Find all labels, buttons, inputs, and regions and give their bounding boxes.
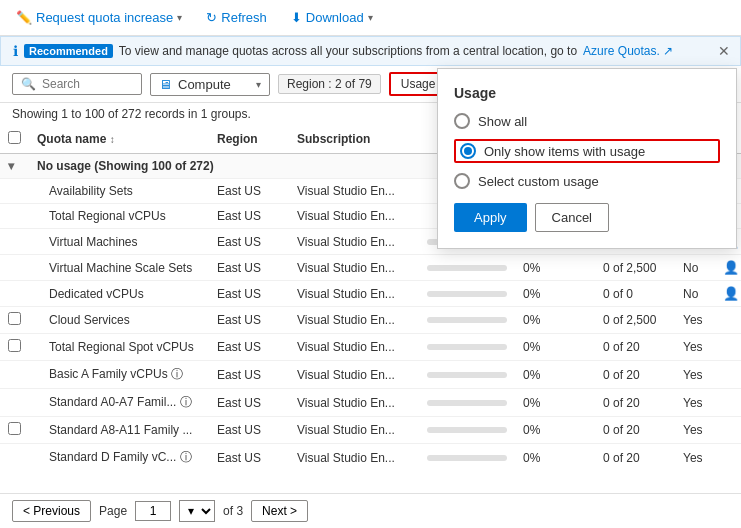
row-count: 0 of 20 [595, 389, 675, 417]
table-row: Standard A0-A7 Famil... ⓘ East US Visual… [0, 389, 741, 417]
row-pct: 0% [515, 334, 595, 361]
table-row: Basic A Family vCPUs ⓘ East US Visual St… [0, 361, 741, 389]
row-adj: Yes [675, 361, 715, 389]
panel-actions: Apply Cancel [454, 203, 720, 232]
row-pct: 0% [515, 389, 595, 417]
row-checkbox-cell [0, 204, 29, 229]
banner-text: To view and manage quotas across all you… [119, 44, 577, 58]
radio-only-usage-label: Only show items with usage [484, 144, 645, 159]
usage-panel-title: Usage [454, 85, 720, 101]
row-pct: 0% [515, 361, 595, 389]
row-checkbox[interactable] [8, 339, 21, 352]
page-size-select[interactable]: ▾ [179, 500, 215, 522]
download-button[interactable]: ⬇ Download ▾ [287, 8, 377, 27]
radio-only-usage[interactable]: Only show items with usage [454, 139, 720, 163]
row-bar-cell [419, 361, 515, 389]
row-quota-name: Total Regional vCPUs [29, 204, 209, 229]
row-checkbox-cell [0, 179, 29, 204]
radio-show-all-label: Show all [478, 114, 527, 129]
expand-icon[interactable]: ▾ [8, 159, 14, 173]
row-pct: 0% [515, 255, 595, 281]
toolbar: ✏️ Request quota increase ▾ ↻ Refresh ⬇ … [0, 0, 741, 36]
row-checkbox-cell [0, 229, 29, 255]
col-header-checkbox [0, 125, 29, 154]
row-adj: No [675, 255, 715, 281]
radio-only-usage-outer [460, 143, 476, 159]
next-button[interactable]: Next > [251, 500, 308, 522]
row-subscription: Visual Studio En... [289, 204, 419, 229]
row-checkbox[interactable] [8, 422, 21, 435]
row-checkbox[interactable] [8, 312, 21, 325]
col-header-quota-name[interactable]: Quota name ↕ [29, 125, 209, 154]
row-region: East US [209, 334, 289, 361]
row-pct: 0% [515, 281, 595, 307]
row-bar-cell [419, 255, 515, 281]
row-icon [715, 307, 741, 334]
row-bar-cell [419, 281, 515, 307]
table-row: Standard D Family vC... ⓘ East US Visual… [0, 444, 741, 466]
col-header-subscription[interactable]: Subscription [289, 125, 419, 154]
azure-quotas-link[interactable]: Azure Quotas. ↗ [583, 44, 673, 58]
row-checkbox-cell [0, 361, 29, 389]
row-bar-cell [419, 417, 515, 444]
row-quota-name: Standard A0-A7 Famil... ⓘ [29, 389, 209, 417]
row-pct: 0% [515, 444, 595, 466]
table-row: Cloud Services East US Visual Studio En.… [0, 307, 741, 334]
row-icon [715, 334, 741, 361]
row-subscription: Visual Studio En... [289, 255, 419, 281]
row-region: East US [209, 255, 289, 281]
row-count: 0 of 20 [595, 417, 675, 444]
row-adj: Yes [675, 334, 715, 361]
row-count: 0 of 2,500 [595, 255, 675, 281]
refresh-button[interactable]: ↻ Refresh [202, 8, 271, 27]
search-box[interactable]: 🔍 [12, 73, 142, 95]
user-icon: 👤 [723, 260, 739, 275]
total-pages-label: of 3 [223, 504, 243, 518]
row-icon[interactable]: 👤 [715, 281, 741, 307]
row-quota-name: Virtual Machines [29, 229, 209, 255]
row-quota-name: Standard A8-A11 Family ... [29, 417, 209, 444]
radio-custom-usage[interactable]: Select custom usage [454, 173, 720, 189]
row-region: East US [209, 361, 289, 389]
row-checkbox-cell [0, 281, 29, 307]
edit-icon: ✏️ [16, 10, 32, 25]
radio-show-all[interactable]: Show all [454, 113, 720, 129]
page-number-input[interactable] [135, 501, 171, 521]
row-region: East US [209, 389, 289, 417]
row-checkbox-cell [0, 307, 29, 334]
row-icon [715, 444, 741, 466]
row-region: East US [209, 307, 289, 334]
cancel-button[interactable]: Cancel [535, 203, 609, 232]
info-icon: ℹ [13, 43, 18, 59]
row-region: East US [209, 281, 289, 307]
usage-panel: Usage Show all Only show items with usag… [437, 68, 737, 249]
row-adj: Yes [675, 444, 715, 466]
table-row: Total Regional Spot vCPUs East US Visual… [0, 334, 741, 361]
row-quota-name: Basic A Family vCPUs ⓘ [29, 361, 209, 389]
row-quota-name: Availability Sets [29, 179, 209, 204]
radio-custom-usage-label: Select custom usage [478, 174, 599, 189]
row-icon [715, 389, 741, 417]
row-bar-cell [419, 444, 515, 466]
region-filter: Region : 2 of 79 [278, 74, 381, 94]
row-quota-name: Cloud Services [29, 307, 209, 334]
chevron-down-icon: ▾ [177, 12, 182, 23]
row-subscription: Visual Studio En... [289, 417, 419, 444]
row-subscription: Visual Studio En... [289, 229, 419, 255]
row-icon[interactable]: 👤 [715, 255, 741, 281]
refresh-icon: ↻ [206, 10, 217, 25]
row-quota-name: Dedicated vCPUs [29, 281, 209, 307]
row-quota-name: Standard D Family vC... ⓘ [29, 444, 209, 466]
request-quota-button[interactable]: ✏️ Request quota increase ▾ [12, 8, 186, 27]
previous-button[interactable]: < Previous [12, 500, 91, 522]
compute-dropdown[interactable]: 🖥 Compute ▾ [150, 73, 270, 96]
select-all-checkbox[interactable] [8, 131, 21, 144]
row-subscription: Visual Studio En... [289, 334, 419, 361]
col-header-region[interactable]: Region [209, 125, 289, 154]
apply-button[interactable]: Apply [454, 203, 527, 232]
search-input[interactable] [42, 77, 133, 91]
close-banner-button[interactable]: ✕ [718, 43, 730, 59]
row-count: 0 of 20 [595, 334, 675, 361]
radio-custom-usage-outer [454, 173, 470, 189]
table-row: Standard A8-A11 Family ... East US Visua… [0, 417, 741, 444]
